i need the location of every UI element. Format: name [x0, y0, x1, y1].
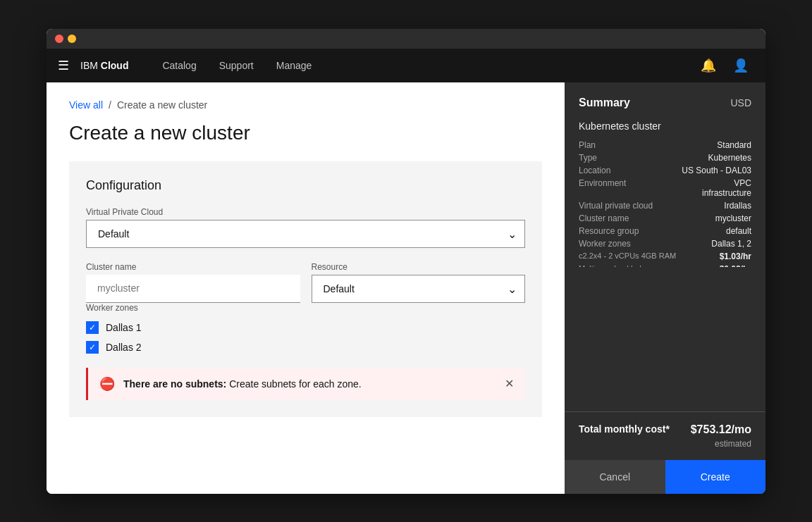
summary-key: Resource group: [579, 226, 639, 236]
summary-currency: USD: [730, 97, 751, 108]
summary-key: Worker zones: [579, 239, 635, 249]
resource-label: Resource: [312, 262, 526, 272]
summary-value: Standard: [635, 140, 751, 150]
summary-row-resourcegroup: Resource group default: [579, 226, 751, 236]
summary-key: Type: [579, 153, 635, 163]
summary-divider: [565, 411, 765, 412]
summary-value: Irdallas: [653, 201, 751, 211]
summary-row-workerzones: Worker zones Dallas 1, 2: [579, 239, 751, 249]
summary-key: c2.2x4 - 2 vCPUs 4GB RAM: [579, 251, 676, 260]
summary-row-location: Location US South - DAL03: [579, 166, 751, 175]
create-button[interactable]: Create: [665, 460, 766, 494]
summary-header: Summary USD: [565, 82, 765, 120]
worker-zones-checkboxes: ✓ Dallas 1 ✓ Dallas 2: [86, 321, 525, 354]
nav-link-manage[interactable]: Manage: [265, 49, 324, 82]
summary-actions: Cancel Create: [565, 460, 765, 494]
summary-rows: Plan Standard Type Kubernetes Location U…: [579, 140, 751, 268]
worker-zones-label: Worker zones: [86, 303, 525, 313]
summary-key: Virtual private cloud: [579, 201, 653, 211]
summary-row-vpc: Virtual private cloud Irdallas: [579, 201, 751, 211]
check-icon: ✓: [89, 323, 96, 333]
nav-actions: 🔔 👤: [695, 52, 754, 79]
main-content: View all / Create a new cluster Create a…: [47, 82, 765, 494]
dallas1-checkbox[interactable]: ✓: [86, 321, 99, 334]
list-item[interactable]: ✓ Dallas 2: [86, 341, 525, 354]
alert-close-icon[interactable]: ✕: [505, 377, 514, 390]
summary-key: Plan: [579, 140, 635, 150]
dallas2-checkbox[interactable]: ✓: [86, 341, 99, 354]
dallas2-label: Dallas 2: [106, 342, 142, 353]
summary-key: Environment: [579, 178, 635, 188]
cancel-button[interactable]: Cancel: [565, 460, 665, 494]
summary-row-flavor: c2.2x4 - 2 vCPUs 4GB RAM $1.03/hr: [579, 251, 751, 261]
resource-select-wrapper: Default ⌄: [312, 275, 526, 303]
summary-body: Kubernetes cluster Plan Standard Type Ku…: [565, 120, 765, 268]
cluster-name-input[interactable]: [86, 275, 300, 303]
traffic-light-yellow[interactable]: [68, 35, 76, 43]
summary-cluster-title: Kubernetes cluster: [579, 120, 751, 132]
summary-key: Cluster name: [579, 213, 635, 223]
summary-estimated: estimated: [565, 439, 765, 460]
summary-key: Location: [579, 166, 635, 175]
vpc-label: Virtual Private Cloud: [86, 207, 525, 217]
cluster-name-label: Cluster name: [86, 262, 300, 272]
app-window: ☰ IBM Cloud Catalog Support Manage 🔔 👤 V…: [47, 29, 765, 494]
cluster-name-col: Cluster name: [86, 262, 300, 303]
summary-value: mycluster: [635, 213, 751, 223]
breadcrumb-current: Create a new cluster: [117, 99, 207, 111]
alert-box: ⛔ There are no subnets: Create subnets f…: [86, 368, 525, 400]
left-panel: View all / Create a new cluster Create a…: [47, 82, 565, 494]
summary-value: VPCinfrastructure: [635, 178, 751, 198]
config-title: Configuration: [86, 178, 525, 193]
error-icon: ⛔: [99, 376, 115, 392]
summary-price: $1.03/hr: [720, 251, 751, 261]
traffic-light-red[interactable]: [55, 35, 63, 43]
nav-bar: ☰ IBM Cloud Catalog Support Manage 🔔 👤: [47, 49, 765, 82]
summary-value: Kubernetes: [635, 153, 751, 163]
bell-icon[interactable]: 🔔: [695, 52, 722, 79]
summary-row-plan: Plan Standard: [579, 140, 751, 150]
summary-total-row: Total monthly cost* $753.12/mo: [565, 423, 765, 439]
nav-links: Catalog Support Manage: [151, 49, 695, 82]
alert-detail-text: Create subnets for each zone.: [226, 378, 361, 390]
page-title: Create a new cluster: [69, 122, 542, 144]
summary-title: Summary: [579, 97, 630, 109]
nav-brand: IBM Cloud: [80, 60, 128, 71]
summary-total-amount: $753.12/mo: [691, 423, 751, 436]
nav-link-support[interactable]: Support: [208, 49, 265, 82]
vpc-select-wrapper: Default ⌄: [86, 220, 525, 248]
breadcrumb-link[interactable]: View all: [69, 99, 103, 111]
vpc-group: Virtual Private Cloud Default ⌄: [86, 207, 525, 248]
breadcrumb-separator: /: [109, 99, 111, 111]
summary-total-label: Total monthly cost*: [579, 423, 670, 435]
user-icon[interactable]: 👤: [727, 52, 754, 79]
right-panel: Summary USD Kubernetes cluster Plan Stan…: [565, 82, 765, 494]
resource-select[interactable]: Default: [312, 275, 526, 303]
cluster-resource-row: Cluster name Resource Default ⌄: [86, 262, 525, 303]
summary-spacer: [565, 267, 765, 400]
summary-row-environment: Environment VPCinfrastructure: [579, 178, 751, 198]
dallas1-label: Dallas 1: [106, 322, 142, 333]
config-section: Configuration Virtual Private Cloud Defa…: [69, 161, 542, 417]
summary-row-type: Type Kubernetes: [579, 153, 751, 163]
alert-text: There are no subnets: Create subnets for…: [123, 378, 496, 390]
alert-bold-text: There are no subnets:: [123, 378, 226, 390]
summary-row-clustername: Cluster name mycluster: [579, 213, 751, 223]
summary-value: default: [639, 226, 751, 236]
hamburger-icon[interactable]: ☰: [58, 58, 69, 73]
nav-link-catalog[interactable]: Catalog: [151, 49, 207, 82]
summary-value: Dallas 1, 2: [635, 239, 751, 249]
list-item[interactable]: ✓ Dallas 1: [86, 321, 525, 334]
vpc-select[interactable]: Default: [86, 220, 525, 248]
resource-col: Resource Default ⌄: [312, 262, 526, 303]
title-bar: [47, 29, 765, 49]
summary-value: US South - DAL03: [635, 166, 751, 175]
check-icon: ✓: [89, 342, 96, 352]
worker-zones-group: Worker zones ✓ Dallas 1 ✓ Dall: [86, 303, 525, 354]
breadcrumb: View all / Create a new cluster: [69, 99, 542, 111]
